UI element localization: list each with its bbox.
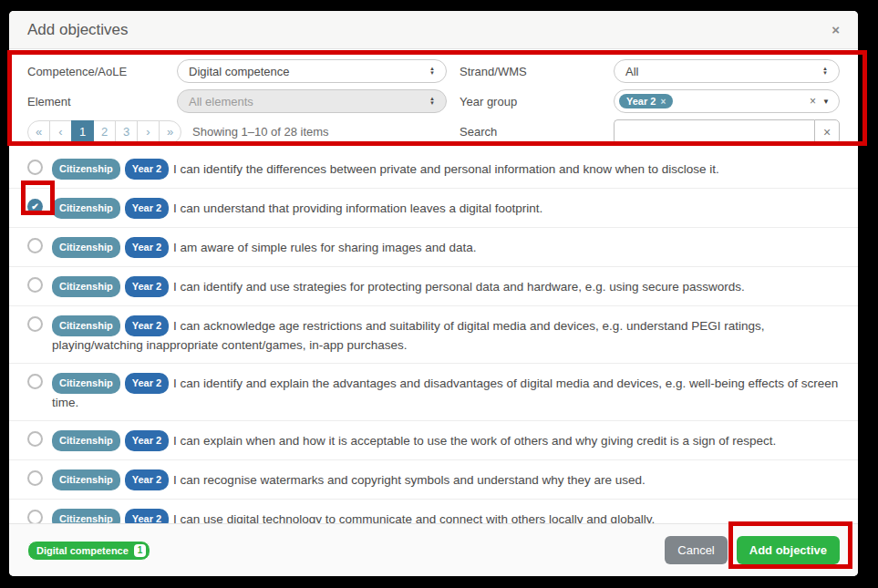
- objective-body: CitizenshipYear 2I can identify the diff…: [52, 159, 719, 180]
- objective-text: I am aware of simple rules for sharing i…: [173, 241, 476, 254]
- selected-count-badge: 1: [134, 544, 147, 557]
- add-objectives-modal: Add objectives × Competence/AoLE Digital…: [9, 11, 858, 576]
- objective-radio[interactable]: ✔: [27, 160, 43, 175]
- badge-year: Year 2: [125, 159, 169, 180]
- badge-subject: Citizenship: [52, 373, 120, 394]
- badge-year: Year 2: [125, 373, 169, 394]
- pagination-page[interactable]: «: [27, 120, 50, 144]
- modal-title: Add objectives: [27, 21, 129, 39]
- objective-text: I can identify the differences between p…: [173, 162, 719, 176]
- pagination-row: «‹123›» Showing 1–10 of 28 items: [27, 120, 447, 144]
- search-clear-icon[interactable]: ×: [814, 119, 840, 144]
- objective-row[interactable]: ✔ CitizenshipYear 2I can use digital tec…: [9, 500, 858, 523]
- year-group-select[interactable]: Year 2 × × ▼: [614, 89, 840, 113]
- element-select-value: All elements: [189, 95, 253, 108]
- cancel-button[interactable]: Cancel: [665, 536, 727, 564]
- objective-body: CitizenshipYear 2I am aware of simple ru…: [52, 237, 477, 258]
- filter-panel: Competence/AoLE Digital competence ▲▼ St…: [9, 49, 858, 150]
- add-objective-button[interactable]: Add objective: [737, 536, 840, 564]
- year-group-tag: Year 2 ×: [619, 94, 673, 108]
- objective-body: CitizenshipYear 2I can recognise waterma…: [52, 469, 646, 490]
- search-input[interactable]: [614, 119, 814, 144]
- objective-text: I can use digital technology to communic…: [173, 512, 655, 523]
- objective-badges: CitizenshipYear 2: [52, 512, 173, 523]
- search-label: Search: [460, 125, 601, 139]
- badge-year: Year 2: [125, 430, 169, 451]
- objective-radio[interactable]: ✔: [27, 431, 43, 447]
- selected-competence-tag: Digital competence 1: [27, 541, 150, 561]
- pagination-page[interactable]: ›: [137, 120, 160, 144]
- select-arrows-icon: ▲▼: [429, 97, 435, 106]
- strand-select[interactable]: All ▲▼: [614, 59, 840, 83]
- objective-text: I can recognise watermarks and copyright…: [173, 473, 646, 487]
- badge-subject: Citizenship: [52, 469, 120, 490]
- badge-year: Year 2: [125, 198, 169, 219]
- element-select: All elements ▲▼: [177, 89, 447, 113]
- strand-select-value: All: [625, 65, 638, 78]
- selected-competence-label: Digital competence: [36, 545, 129, 556]
- objective-row[interactable]: ✔ CitizenshipYear 2I am aware of simple …: [9, 228, 858, 267]
- objective-badges: CitizenshipYear 2: [52, 434, 173, 448]
- objective-badges: CitizenshipYear 2: [52, 473, 173, 487]
- objective-body: CitizenshipYear 2I can identify and expl…: [52, 373, 840, 412]
- objective-row[interactable]: ✔ CitizenshipYear 2I can identify and ex…: [9, 364, 858, 421]
- footer-buttons: Cancel Add objective: [665, 536, 840, 564]
- chevron-down-icon[interactable]: ▼: [822, 98, 830, 106]
- pagination-page[interactable]: 1: [71, 120, 94, 144]
- objective-badges: CitizenshipYear 2: [52, 280, 173, 294]
- objective-radio[interactable]: ✔: [27, 277, 43, 293]
- objective-badges: CitizenshipYear 2: [52, 319, 173, 333]
- objective-radio[interactable]: ✔: [27, 238, 43, 253]
- objective-body: CitizenshipYear 2I can understand that p…: [52, 198, 542, 219]
- badge-subject: Citizenship: [52, 509, 120, 523]
- badge-year: Year 2: [125, 315, 169, 336]
- objective-row[interactable]: ✔ CitizenshipYear 2I can explain when an…: [9, 421, 858, 460]
- objective-text: I can explain when and how it is accepta…: [173, 434, 776, 448]
- year-group-controls: × ▼: [810, 95, 830, 108]
- objective-text: I can understand that providing informat…: [173, 201, 542, 215]
- badge-year: Year 2: [125, 276, 169, 297]
- search-group: ×: [614, 119, 840, 144]
- objectives-list: ✔ CitizenshipYear 2I can identify the di…: [9, 150, 858, 523]
- strand-label: Strand/WMS: [460, 65, 601, 78]
- pagination-page[interactable]: 2: [93, 120, 116, 144]
- objective-body: CitizenshipYear 2I can acknowledge age r…: [52, 315, 840, 355]
- objective-row[interactable]: ✔ CitizenshipYear 2I can identify and us…: [9, 267, 858, 306]
- pagination: «‹123›»: [27, 120, 181, 144]
- competence-label: Competence/AoLE: [27, 65, 164, 78]
- check-icon: ✔: [27, 199, 43, 214]
- competence-select[interactable]: Digital competence ▲▼: [177, 59, 447, 83]
- objective-badges: CitizenshipYear 2: [52, 241, 173, 254]
- objective-body: CitizenshipYear 2I can use digital techn…: [52, 509, 655, 523]
- modal-footer: Digital competence 1 Cancel Add objectiv…: [9, 523, 858, 576]
- select-arrows-icon: ▲▼: [822, 67, 828, 76]
- modal-header: Add objectives ×: [9, 11, 858, 49]
- badge-subject: Citizenship: [52, 237, 120, 258]
- objective-body: CitizenshipYear 2I can identify and use …: [52, 276, 745, 297]
- badge-subject: Citizenship: [52, 430, 120, 451]
- close-icon[interactable]: ×: [832, 23, 840, 36]
- badge-subject: Citizenship: [52, 276, 120, 297]
- objective-row[interactable]: ✔ CitizenshipYear 2I can understand that…: [9, 189, 858, 228]
- pagination-page[interactable]: 3: [115, 120, 138, 144]
- competence-select-value: Digital competence: [189, 65, 290, 78]
- badge-subject: Citizenship: [52, 315, 120, 336]
- objective-radio[interactable]: ✔: [27, 199, 43, 214]
- objective-row[interactable]: ✔ CitizenshipYear 2I can acknowledge age…: [9, 306, 858, 364]
- pagination-summary: Showing 1–10 of 28 items: [192, 125, 329, 139]
- pagination-page[interactable]: »: [159, 120, 181, 144]
- pagination-page[interactable]: ‹: [49, 120, 72, 144]
- objective-radio[interactable]: ✔: [27, 470, 43, 486]
- objective-badges: CitizenshipYear 2: [52, 377, 173, 390]
- objective-row[interactable]: ✔ CitizenshipYear 2I can identify the di…: [9, 150, 858, 189]
- objective-row[interactable]: ✔ CitizenshipYear 2I can recognise water…: [9, 460, 858, 500]
- objective-radio[interactable]: ✔: [27, 316, 43, 332]
- clear-icon[interactable]: ×: [810, 95, 816, 108]
- badge-subject: Citizenship: [52, 198, 120, 219]
- objective-text: I can identify and use strategies for pr…: [173, 280, 745, 294]
- tag-remove-icon[interactable]: ×: [660, 97, 666, 107]
- objective-radio[interactable]: ✔: [27, 510, 43, 523]
- select-arrows-icon: ▲▼: [429, 67, 435, 76]
- objective-radio[interactable]: ✔: [27, 374, 43, 389]
- badge-subject: Citizenship: [52, 159, 120, 180]
